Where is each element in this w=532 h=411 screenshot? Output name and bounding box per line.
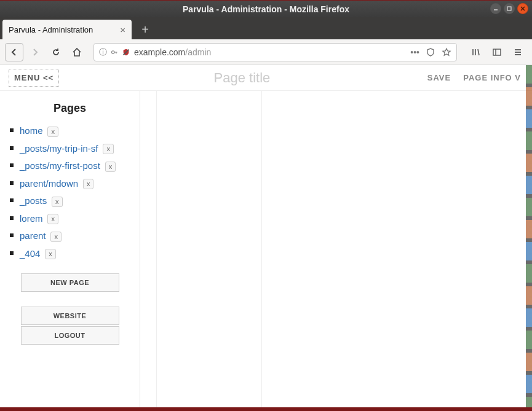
app-root: MENU << Page title SAVE PAGE INFO V Page… (0, 65, 532, 407)
new-page-button[interactable]: NEW PAGE (21, 273, 119, 292)
browser-tab-active[interactable]: Parvula - Administration × (2, 20, 132, 39)
page-title-input[interactable]: Page title (66, 70, 418, 86)
page-list-item: parent x (9, 227, 131, 245)
page-link[interactable]: _posts (20, 195, 47, 206)
page-info-dropdown[interactable]: PAGE INFO V (461, 69, 523, 86)
os-dock-edge (526, 65, 532, 407)
page-delete-button[interactable]: x (105, 162, 116, 172)
svg-rect-11 (493, 49, 501, 55)
url-text: example.com/admin (134, 47, 211, 57)
pages-list: home x_posts/my-trip-in-sf x_posts/my-fi… (9, 122, 131, 262)
page-list-item: lorem x (9, 210, 131, 228)
svg-line-10 (478, 49, 479, 55)
browser-toolbar: ⓘ example.com/admin ••• (0, 39, 532, 65)
menu-toggle-button[interactable]: MENU << (9, 69, 59, 87)
page-delete-button[interactable]: x (103, 144, 114, 154)
page-delete-button[interactable]: x (47, 127, 58, 137)
page-link[interactable]: home (20, 125, 43, 136)
nav-back-button[interactable] (5, 43, 23, 61)
logout-button[interactable]: LOGOUT (21, 326, 119, 345)
tab-close-icon[interactable]: × (120, 25, 125, 35)
page-list-item: _404 x (9, 245, 131, 263)
page-link[interactable]: _404 (20, 248, 40, 259)
page-list-item: home x (9, 122, 131, 140)
os-titlebar: Parvula - Administration - Mozilla Firef… (0, 0, 532, 17)
window-maximize-button[interactable] (504, 3, 515, 14)
page-list-item: parent/mdown x (9, 175, 131, 193)
nav-reload-button[interactable] (47, 43, 65, 61)
page-delete-button[interactable]: x (83, 179, 94, 189)
url-bar[interactable]: ⓘ example.com/admin ••• (93, 43, 457, 61)
page-actions-icon[interactable]: ••• (410, 47, 419, 57)
tracking-blocked-icon[interactable] (122, 48, 130, 57)
page-list-item: _posts/my-trip-in-sf x (9, 140, 131, 158)
key-icon (111, 49, 118, 56)
page-link[interactable]: parent (20, 230, 46, 241)
page-link[interactable]: lorem (20, 213, 43, 224)
window-close-button[interactable] (517, 3, 528, 14)
page-delete-button[interactable]: x (47, 214, 58, 224)
save-button[interactable]: SAVE (425, 69, 453, 86)
window-title: Parvula - Administration - Mozilla Firef… (183, 4, 349, 14)
bookmark-star-icon[interactable] (442, 47, 451, 57)
window-minimize-button[interactable] (490, 3, 501, 14)
editor-area[interactable] (140, 91, 532, 407)
sidebar-heading: Pages (9, 102, 131, 115)
os-panel-edge (0, 407, 532, 411)
reader-mode-icon[interactable] (426, 47, 435, 57)
svg-point-4 (112, 50, 115, 53)
nav-forward-button[interactable] (26, 43, 44, 61)
browser-tabstrip: Parvula - Administration × + (0, 17, 532, 39)
nav-home-button[interactable] (68, 43, 86, 61)
page-link[interactable]: _posts/my-first-post (20, 160, 100, 171)
sidebar-toggle-icon[interactable] (488, 43, 506, 61)
new-tab-button[interactable]: + (135, 20, 155, 39)
website-button[interactable]: WEBSITE (21, 307, 119, 325)
page-delete-button[interactable]: x (50, 232, 62, 242)
page-list-item: _posts x (9, 192, 131, 210)
svg-rect-1 (507, 7, 511, 10)
sidebar: Pages home x_posts/my-trip-in-sf x_posts… (0, 91, 140, 407)
page-delete-button[interactable]: x (52, 197, 63, 207)
app-header: MENU << Page title SAVE PAGE INFO V (0, 65, 532, 91)
site-info-icon[interactable]: ⓘ (99, 47, 107, 58)
page-list-item: _posts/my-first-post x (9, 157, 131, 175)
hamburger-menu-icon[interactable] (509, 43, 527, 61)
editor-paper (156, 91, 262, 407)
page-link[interactable]: _posts/my-trip-in-sf (20, 143, 98, 154)
tab-title: Parvula - Administration (9, 25, 93, 34)
library-icon[interactable] (467, 43, 485, 61)
page-delete-button[interactable]: x (45, 249, 56, 259)
page-link[interactable]: parent/mdown (20, 178, 78, 189)
